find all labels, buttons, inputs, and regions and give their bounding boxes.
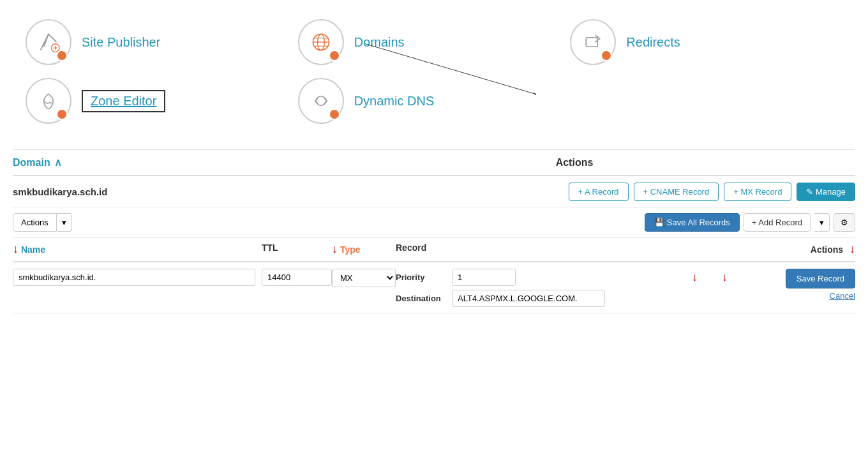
add-cname-record-button[interactable]: + CNAME Record <box>634 183 719 201</box>
redirects-item[interactable]: Redirects <box>570 19 842 65</box>
add-record-caret-icon: ▾ <box>819 218 824 227</box>
gear-button[interactable]: ⚙ <box>834 213 855 232</box>
record-col-header: Record <box>396 243 728 256</box>
actions-main-button[interactable]: Actions <box>13 213 57 232</box>
redirects-icon-circle <box>570 19 616 65</box>
record-actions-col: Save Record Cancel <box>728 269 855 301</box>
dest-arrow-indicator: ↓ <box>722 271 728 284</box>
destination-input[interactable] <box>452 290 605 307</box>
zone-editor-item[interactable]: Zone Editor <box>26 78 298 124</box>
priority-input[interactable] <box>452 269 516 286</box>
actions-col-header: Actions <box>294 156 855 169</box>
toolbar-row: Actions ▾ 💾 Save All Records + Add Recor… <box>13 208 855 237</box>
add-record-split-button[interactable]: ▾ <box>814 213 830 232</box>
domains-icon-circle <box>298 19 344 65</box>
type-col-label: Type <box>340 244 361 255</box>
zone-editor-badge <box>56 109 68 120</box>
add-record-button[interactable]: + Add Record <box>744 213 811 232</box>
priority-dest-group: Priority ↓ ↓ Destination <box>396 269 728 307</box>
actions-arrow-indicator: ↓ <box>849 243 855 255</box>
site-publisher-badge <box>56 50 68 61</box>
record-name-input[interactable] <box>13 269 255 286</box>
gear-icon: ⚙ <box>841 218 848 227</box>
site-publisher-label: Site Publisher <box>82 35 160 50</box>
priority-label: Priority <box>396 273 447 282</box>
domain-name-value: smkbudikarya.sch.id <box>13 186 569 197</box>
record-data-col: Priority ↓ ↓ Destination <box>396 269 728 307</box>
record-type-select[interactable]: MX A AAAA CAA CNAME SRV TXT <box>332 269 396 287</box>
redirects-badge <box>601 50 612 61</box>
sort-icon[interactable]: ∧ <box>54 156 62 169</box>
dns-icon <box>310 89 333 112</box>
domain-col-header: Domain ∧ <box>13 156 294 169</box>
domain-section: Domain ∧ Actions smkbudikarya.sch.id + A… <box>0 150 868 314</box>
cancel-button[interactable]: Cancel <box>830 291 855 301</box>
domain-col-label: Domain <box>13 157 50 169</box>
destination-field <box>452 290 728 307</box>
record-col-label: Record <box>396 243 426 253</box>
actions-col-header-2: Actions ↓ <box>728 243 855 256</box>
domain-row: smkbudikarya.sch.id + A Record + CNAME R… <box>13 176 855 208</box>
record-type-col: MX A AAAA CAA CNAME SRV TXT <box>332 269 396 287</box>
zone-editor-box: Zone Editor <box>82 90 165 112</box>
destination-row: Destination <box>396 290 728 307</box>
records-table-header: ↓ Name TTL ↓ Type Record Actions ↓ <box>13 237 855 262</box>
add-a-record-button[interactable]: + A Record <box>569 183 629 201</box>
add-mx-record-button[interactable]: + MX Record <box>724 183 791 201</box>
svg-line-0 <box>44 34 49 47</box>
send-icon <box>37 31 60 54</box>
save-record-button[interactable]: Save Record <box>786 269 855 288</box>
site-publisher-icon-circle <box>26 19 71 65</box>
ttl-col-header: TTL <box>255 243 332 256</box>
zone-editor-icon-circle <box>26 78 71 124</box>
redirects-label: Redirects <box>626 35 680 50</box>
actions-col-label-2: Actions <box>811 244 843 255</box>
record-name-col <box>13 269 255 286</box>
dynamic-dns-label: Dynamic DNS <box>354 94 435 109</box>
record-edit-row: MX A AAAA CAA CNAME SRV TXT Priority ↓ ↓ <box>13 262 855 314</box>
redirect-icon <box>581 31 604 54</box>
name-col-header: ↓ Name <box>13 243 255 256</box>
domains-badge <box>329 50 340 61</box>
zone-icon <box>37 89 60 112</box>
caret-icon: ▾ <box>62 218 66 227</box>
domain-action-buttons: + A Record + CNAME Record + MX Record ✎ … <box>569 183 855 201</box>
priority-row: Priority ↓ ↓ <box>396 269 728 286</box>
record-ttl-col <box>255 269 332 286</box>
manage-button[interactable]: ✎ Manage <box>797 183 855 201</box>
priority-arrow-indicator: ↓ <box>692 271 698 284</box>
save-all-records-button[interactable]: 💾 Save All Records <box>645 213 740 232</box>
site-publisher-item[interactable]: Site Publisher <box>26 19 298 65</box>
ttl-col-label: TTL <box>262 243 278 253</box>
name-arrow-indicator: ↓ <box>13 243 19 255</box>
dynamic-dns-item[interactable]: Dynamic DNS <box>298 78 571 124</box>
domains-item[interactable]: Domains <box>298 19 571 65</box>
actions-caret-button[interactable]: ▾ <box>57 213 72 232</box>
actions-dropdown[interactable]: Actions ▾ <box>13 213 72 232</box>
priority-field <box>452 269 668 286</box>
domains-label: Domains <box>354 35 405 50</box>
zone-editor-label[interactable]: Zone Editor <box>91 94 156 108</box>
domain-table-header: Domain ∧ Actions <box>13 150 855 176</box>
dynamic-dns-badge <box>329 109 340 120</box>
actions-col-label: Actions <box>556 157 594 169</box>
record-ttl-input[interactable] <box>262 269 332 286</box>
destination-label: Destination <box>396 294 447 303</box>
globe-icon <box>310 31 333 54</box>
type-col-header: ↓ Type <box>332 243 396 256</box>
name-col-label: Name <box>21 244 45 255</box>
dynamic-dns-icon-circle <box>298 78 344 124</box>
toolbar-right-group: 💾 Save All Records + Add Record ▾ ⚙ <box>645 213 855 232</box>
type-arrow-indicator: ↓ <box>332 243 338 255</box>
